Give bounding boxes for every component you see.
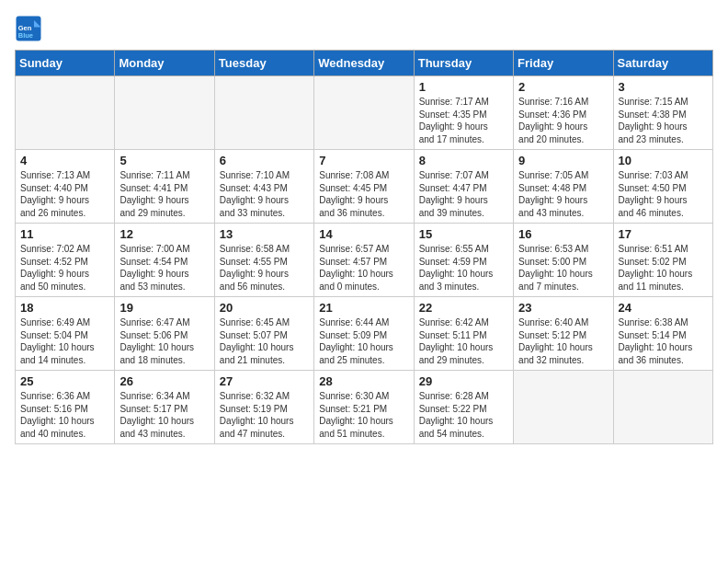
calendar-cell bbox=[613, 371, 712, 444]
day-number: 29 bbox=[419, 374, 508, 388]
calendar-cell bbox=[514, 371, 613, 444]
day-info: Sunrise: 6:42 AM Sunset: 5:11 PM Dayligh… bbox=[419, 316, 508, 366]
day-info: Sunrise: 6:45 AM Sunset: 5:07 PM Dayligh… bbox=[220, 316, 309, 366]
day-number: 17 bbox=[619, 227, 708, 241]
calendar-cell: 15Sunrise: 6:55 AM Sunset: 4:59 PM Dayli… bbox=[414, 224, 513, 297]
week-row-4: 18Sunrise: 6:49 AM Sunset: 5:04 PM Dayli… bbox=[16, 297, 713, 371]
day-number: 7 bbox=[319, 154, 408, 167]
day-number: 4 bbox=[20, 154, 109, 167]
day-info: Sunrise: 7:05 AM Sunset: 4:48 PM Dayligh… bbox=[518, 169, 608, 219]
week-row-3: 11Sunrise: 7:02 AM Sunset: 4:52 PM Dayli… bbox=[16, 224, 713, 297]
day-info: Sunrise: 7:02 AM Sunset: 4:52 PM Dayligh… bbox=[20, 243, 109, 293]
calendar-cell: 23Sunrise: 6:40 AM Sunset: 5:12 PM Dayli… bbox=[514, 297, 613, 371]
weekday-header-wednesday: Wednesday bbox=[314, 51, 414, 76]
day-number: 8 bbox=[419, 154, 508, 167]
calendar-cell: 26Sunrise: 6:34 AM Sunset: 5:17 PM Dayli… bbox=[115, 371, 214, 444]
calendar-cell bbox=[214, 76, 313, 150]
day-number: 19 bbox=[119, 301, 209, 315]
day-number: 11 bbox=[20, 227, 109, 241]
day-number: 10 bbox=[619, 154, 708, 167]
day-info: Sunrise: 7:08 AM Sunset: 4:45 PM Dayligh… bbox=[319, 169, 408, 219]
calendar-cell: 2Sunrise: 7:16 AM Sunset: 4:36 PM Daylig… bbox=[514, 76, 613, 150]
page-header: Gen Blue bbox=[15, 15, 713, 42]
weekday-header-monday: Monday bbox=[115, 51, 214, 76]
calendar-cell: 9Sunrise: 7:05 AM Sunset: 4:48 PM Daylig… bbox=[514, 150, 613, 224]
calendar-cell: 25Sunrise: 6:36 AM Sunset: 5:16 PM Dayli… bbox=[16, 371, 115, 444]
day-info: Sunrise: 6:32 AM Sunset: 5:19 PM Dayligh… bbox=[220, 390, 309, 440]
day-info: Sunrise: 6:40 AM Sunset: 5:12 PM Dayligh… bbox=[518, 316, 608, 366]
day-info: Sunrise: 6:30 AM Sunset: 5:21 PM Dayligh… bbox=[319, 390, 408, 440]
calendar-cell: 17Sunrise: 6:51 AM Sunset: 5:02 PM Dayli… bbox=[613, 224, 712, 297]
day-info: Sunrise: 6:28 AM Sunset: 5:22 PM Dayligh… bbox=[419, 390, 508, 440]
weekday-header-sunday: Sunday bbox=[16, 51, 115, 76]
calendar-cell: 19Sunrise: 6:47 AM Sunset: 5:06 PM Dayli… bbox=[115, 297, 214, 371]
calendar-cell: 14Sunrise: 6:57 AM Sunset: 4:57 PM Dayli… bbox=[314, 224, 414, 297]
day-number: 14 bbox=[319, 227, 408, 241]
day-number: 25 bbox=[20, 374, 109, 388]
calendar-cell: 10Sunrise: 7:03 AM Sunset: 4:50 PM Dayli… bbox=[613, 150, 712, 224]
day-number: 13 bbox=[220, 227, 309, 241]
day-info: Sunrise: 6:38 AM Sunset: 5:14 PM Dayligh… bbox=[619, 316, 708, 366]
day-info: Sunrise: 7:11 AM Sunset: 4:41 PM Dayligh… bbox=[119, 169, 209, 219]
calendar-cell bbox=[16, 76, 115, 150]
weekday-header-tuesday: Tuesday bbox=[214, 51, 313, 76]
day-info: Sunrise: 6:34 AM Sunset: 5:17 PM Dayligh… bbox=[119, 390, 209, 440]
weekday-header-friday: Friday bbox=[514, 51, 613, 76]
calendar-cell: 8Sunrise: 7:07 AM Sunset: 4:47 PM Daylig… bbox=[414, 150, 513, 224]
day-info: Sunrise: 6:47 AM Sunset: 5:06 PM Dayligh… bbox=[119, 316, 209, 366]
calendar-cell: 28Sunrise: 6:30 AM Sunset: 5:21 PM Dayli… bbox=[314, 371, 414, 444]
day-info: Sunrise: 6:44 AM Sunset: 5:09 PM Dayligh… bbox=[319, 316, 408, 366]
calendar-cell: 6Sunrise: 7:10 AM Sunset: 4:43 PM Daylig… bbox=[214, 150, 313, 224]
day-number: 23 bbox=[518, 301, 608, 315]
day-number: 21 bbox=[319, 301, 408, 315]
week-row-5: 25Sunrise: 6:36 AM Sunset: 5:16 PM Dayli… bbox=[16, 371, 713, 444]
logo: Gen Blue bbox=[15, 15, 46, 42]
day-info: Sunrise: 6:49 AM Sunset: 5:04 PM Dayligh… bbox=[20, 316, 109, 366]
calendar-cell: 21Sunrise: 6:44 AM Sunset: 5:09 PM Dayli… bbox=[314, 297, 414, 371]
day-number: 5 bbox=[119, 154, 209, 167]
day-number: 28 bbox=[319, 374, 408, 388]
calendar-cell: 5Sunrise: 7:11 AM Sunset: 4:41 PM Daylig… bbox=[115, 150, 214, 224]
calendar-cell bbox=[115, 76, 214, 150]
calendar-cell: 20Sunrise: 6:45 AM Sunset: 5:07 PM Dayli… bbox=[214, 297, 313, 371]
calendar-cell: 24Sunrise: 6:38 AM Sunset: 5:14 PM Dayli… bbox=[613, 297, 712, 371]
calendar-cell: 16Sunrise: 6:53 AM Sunset: 5:00 PM Dayli… bbox=[514, 224, 613, 297]
day-number: 12 bbox=[119, 227, 209, 241]
day-number: 20 bbox=[220, 301, 309, 315]
day-number: 1 bbox=[419, 80, 508, 94]
calendar-cell: 22Sunrise: 6:42 AM Sunset: 5:11 PM Dayli… bbox=[414, 297, 513, 371]
weekday-header-thursday: Thursday bbox=[414, 51, 513, 76]
day-number: 22 bbox=[419, 301, 508, 315]
calendar-cell: 1Sunrise: 7:17 AM Sunset: 4:35 PM Daylig… bbox=[414, 76, 513, 150]
calendar-cell: 27Sunrise: 6:32 AM Sunset: 5:19 PM Dayli… bbox=[214, 371, 313, 444]
logo-icon: Gen Blue bbox=[15, 15, 42, 42]
day-number: 18 bbox=[20, 301, 109, 315]
day-number: 15 bbox=[419, 227, 508, 241]
day-info: Sunrise: 6:36 AM Sunset: 5:16 PM Dayligh… bbox=[20, 390, 109, 440]
day-number: 24 bbox=[619, 301, 708, 315]
week-row-1: 1Sunrise: 7:17 AM Sunset: 4:35 PM Daylig… bbox=[16, 76, 713, 150]
day-info: Sunrise: 7:15 AM Sunset: 4:38 PM Dayligh… bbox=[619, 96, 708, 145]
day-info: Sunrise: 6:58 AM Sunset: 4:55 PM Dayligh… bbox=[220, 243, 309, 293]
day-info: Sunrise: 6:55 AM Sunset: 4:59 PM Dayligh… bbox=[419, 243, 508, 293]
weekday-header-row: SundayMondayTuesdayWednesdayThursdayFrid… bbox=[16, 51, 713, 76]
day-info: Sunrise: 7:00 AM Sunset: 4:54 PM Dayligh… bbox=[119, 243, 209, 293]
calendar-cell: 29Sunrise: 6:28 AM Sunset: 5:22 PM Dayli… bbox=[414, 371, 513, 444]
day-info: Sunrise: 6:57 AM Sunset: 4:57 PM Dayligh… bbox=[319, 243, 408, 293]
calendar-cell: 12Sunrise: 7:00 AM Sunset: 4:54 PM Dayli… bbox=[115, 224, 214, 297]
day-number: 6 bbox=[220, 154, 309, 167]
day-info: Sunrise: 7:07 AM Sunset: 4:47 PM Dayligh… bbox=[419, 169, 508, 219]
calendar-cell: 18Sunrise: 6:49 AM Sunset: 5:04 PM Dayli… bbox=[16, 297, 115, 371]
calendar-cell: 3Sunrise: 7:15 AM Sunset: 4:38 PM Daylig… bbox=[613, 76, 712, 150]
day-number: 3 bbox=[619, 80, 708, 94]
calendar-cell: 11Sunrise: 7:02 AM Sunset: 4:52 PM Dayli… bbox=[16, 224, 115, 297]
svg-text:Blue: Blue bbox=[18, 31, 33, 40]
day-info: Sunrise: 7:17 AM Sunset: 4:35 PM Dayligh… bbox=[419, 96, 508, 145]
week-row-2: 4Sunrise: 7:13 AM Sunset: 4:40 PM Daylig… bbox=[16, 150, 713, 224]
calendar-cell: 7Sunrise: 7:08 AM Sunset: 4:45 PM Daylig… bbox=[314, 150, 414, 224]
calendar-cell bbox=[314, 76, 414, 150]
calendar-cell: 4Sunrise: 7:13 AM Sunset: 4:40 PM Daylig… bbox=[16, 150, 115, 224]
calendar-cell: 13Sunrise: 6:58 AM Sunset: 4:55 PM Dayli… bbox=[214, 224, 313, 297]
calendar-table: SundayMondayTuesdayWednesdayThursdayFrid… bbox=[15, 50, 713, 444]
day-info: Sunrise: 7:03 AM Sunset: 4:50 PM Dayligh… bbox=[619, 169, 708, 219]
